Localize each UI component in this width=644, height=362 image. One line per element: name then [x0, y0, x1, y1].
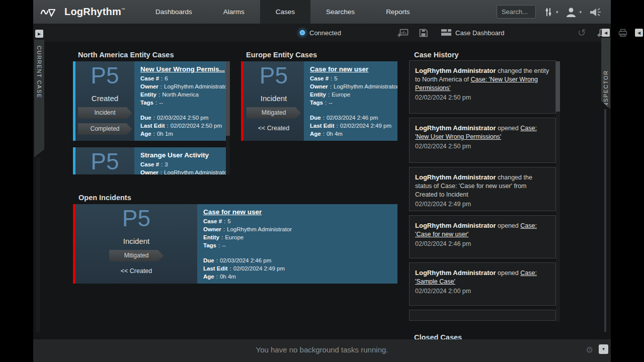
- widget-europe-cases: P5 Incident Mitigated << Created Case fo…: [241, 60, 397, 142]
- history-timestamp: 02/02/2024 2:00 pm: [415, 288, 550, 295]
- inspector-label: INSPECTOR: [603, 43, 609, 109]
- logrhythm-logo-icon: [40, 6, 60, 19]
- connection-status: Connected: [300, 24, 341, 42]
- status-bar: You have no background tasks running. ⚙ …: [33, 339, 611, 362]
- case-entity-row: Entity:Europe: [310, 90, 397, 99]
- sliders-icon: [543, 7, 554, 18]
- status-back-link[interactable]: << Created: [258, 125, 290, 132]
- case-entity-row: Entity:North America: [140, 90, 229, 99]
- chevron-down-icon: ▾: [579, 10, 582, 15]
- current-case-expand-button[interactable]: ▶: [35, 30, 43, 38]
- inspector-collapse-button[interactable]: ◀: [635, 24, 643, 42]
- case-card[interactable]: P5 Incident Mitigated << Created Case fo…: [241, 61, 397, 141]
- current-case-label: CURRENT CASE: [36, 46, 42, 157]
- current-case-tab[interactable]: CURRENT CASE: [34, 40, 44, 157]
- status-button-mitigated[interactable]: Mitigated: [109, 250, 164, 261]
- history-timestamp: 02/02/2024 2:50 pm: [415, 94, 550, 101]
- case-title-link[interactable]: New User Wrong Permis...: [140, 65, 229, 73]
- collapse-down-icon: ▼: [599, 344, 608, 354]
- dashboard-selector[interactable]: Case Dashboard: [441, 24, 505, 42]
- logo-text: LogRhythm™: [64, 6, 125, 18]
- case-status: Incident: [123, 237, 150, 245]
- case-age-row: Age:0h 4m: [203, 273, 392, 281]
- history-entry: LogRhythm Administrator changed the enti…: [409, 60, 556, 114]
- case-number-row: Case #:6: [140, 74, 229, 82]
- case-priority: P5: [91, 149, 119, 173]
- case-card[interactable]: P5 Strange User Activity Case #:3 Owner:…: [73, 147, 225, 174]
- search-input[interactable]: Search...: [497, 5, 536, 19]
- user-menu-button[interactable]: ▾: [565, 7, 582, 18]
- scrollbar-thumb[interactable]: [556, 61, 560, 112]
- history-entry: LogRhythm Administrator opened Case: 'Ca…: [409, 215, 556, 258]
- history-actor: LogRhythm Administrator: [415, 173, 496, 181]
- save-dashboard-button[interactable]: [419, 24, 428, 42]
- dashboard-grid-icon: [441, 29, 451, 36]
- status-button-completed[interactable]: Completed: [78, 123, 132, 135]
- case-owner-row: Owner:LogRhythm Administrator: [140, 82, 229, 90]
- scrollbar-thumb[interactable]: [226, 61, 230, 136]
- background-tasks-message: You have no background tasks running.: [33, 345, 611, 354]
- history-timestamp: 02/02/2024 2:46 pm: [415, 240, 550, 247]
- case-history-list: LogRhythm Administrator changed the enti…: [409, 60, 560, 323]
- section-title-europe: Europe Entity Cases: [246, 51, 317, 59]
- connection-status-label: Connected: [309, 29, 341, 37]
- inspector-collapse-button-side[interactable]: ◀: [602, 29, 610, 37]
- history-actor: LogRhythm Administrator: [415, 67, 496, 74]
- case-lastedit-row: Last Edit:02/02/2024 2:49 pm: [310, 122, 397, 130]
- status-button-incident[interactable]: Incident: [78, 107, 132, 119]
- case-age-row: Age:0h 1m: [140, 130, 229, 138]
- status-back-link[interactable]: << Created: [121, 267, 152, 275]
- case-due-row: Due:02/03/2024 2:46 pm: [310, 114, 397, 122]
- section-title-north-america: North America Entity Cases: [78, 51, 174, 59]
- print-button[interactable]: [618, 24, 628, 42]
- add-widget-icon: [397, 29, 409, 37]
- case-card[interactable]: P5 Incident Mitigated << Created Case fo…: [73, 204, 397, 284]
- collapse-left-icon: ◀: [602, 29, 610, 37]
- save-icon: [419, 29, 428, 37]
- history-actor: LogRhythm Administrator: [415, 269, 496, 277]
- logo-trademark: ™: [121, 8, 125, 12]
- case-tags-row: Tags:--: [310, 99, 397, 107]
- case-due-row: Due:02/03/2024 2:46 pm: [203, 256, 392, 264]
- case-status: Created: [92, 94, 118, 103]
- case-priority: P5: [91, 63, 119, 87]
- history-timestamp: 02/02/2024 2:50 pm: [415, 143, 550, 150]
- widget-open-incidents: P5 Incident Mitigated << Created Case fo…: [73, 203, 397, 285]
- case-title-link[interactable]: Case for new user: [310, 65, 397, 73]
- tab-alarms[interactable]: Alarms: [212, 0, 256, 24]
- tab-dashboards[interactable]: Dashboards: [144, 0, 204, 24]
- inspector-tab[interactable]: INSPECTOR: [601, 38, 610, 109]
- case-tags-row: Tags:--: [140, 99, 229, 107]
- nav-tabs: Dashboards Alarms Cases Searches Reports: [140, 0, 425, 24]
- case-title[interactable]: Strange User Activity: [140, 151, 229, 159]
- tab-searches[interactable]: Searches: [314, 0, 366, 24]
- widget-north-america-cases: P5 Created Incident Completed New User W…: [73, 60, 230, 174]
- dashboard-toolbar: Connected Case Dashboard ↺: [33, 24, 611, 42]
- megaphone-icon: [589, 7, 602, 18]
- dashboard-name-label: Case Dashboard: [455, 29, 505, 37]
- case-card[interactable]: P5 Created Incident Completed New User W…: [73, 61, 225, 141]
- refresh-button[interactable]: ↺: [578, 24, 586, 42]
- case-lastedit-row: Last Edit:02/02/2024 2:50 pm: [140, 122, 229, 130]
- case-owner-row: Owner:LogRhythm Administrator: [203, 225, 392, 233]
- top-nav-bar: LogRhythm™ Dashboards Alarms Cases Searc…: [33, 0, 611, 24]
- announcements-button[interactable]: [589, 7, 602, 18]
- history-entry: LogRhythm Administrator opened Case: 'Sa…: [409, 262, 556, 306]
- tab-cases[interactable]: Cases: [260, 0, 310, 24]
- tab-reports[interactable]: Reports: [374, 0, 421, 24]
- scrollbar-track[interactable]: [226, 61, 230, 174]
- case-title-link[interactable]: Case for new user: [203, 208, 392, 216]
- chevron-down-icon: ▾: [556, 10, 558, 15]
- gear-icon[interactable]: ⚙: [586, 345, 593, 355]
- undo-icon: ↺: [578, 27, 586, 39]
- case-status: Incident: [261, 94, 287, 103]
- tasks-panel-toggle-button[interactable]: ▼: [599, 344, 608, 354]
- history-timestamp: 02/02/2024 2:49 pm: [415, 201, 550, 208]
- scrollbar-track[interactable]: [556, 61, 560, 322]
- status-button-mitigated[interactable]: Mitigated: [247, 107, 301, 119]
- case-number-row: Case #:5: [203, 217, 392, 225]
- filter-menu-button[interactable]: ▾: [543, 7, 558, 18]
- add-widget-button[interactable]: [397, 24, 409, 42]
- inspector-rail: [604, 109, 606, 332]
- current-case-rail: [36, 157, 40, 332]
